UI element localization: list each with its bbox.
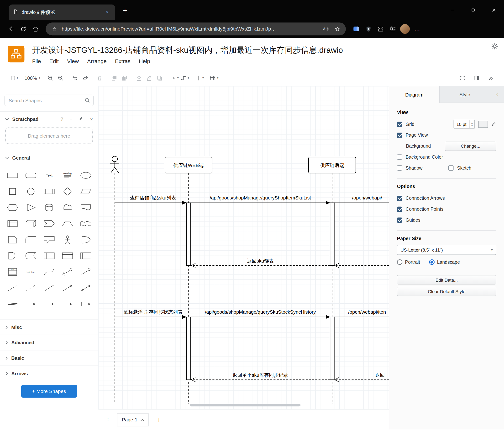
shape-curve[interactable]	[40, 264, 58, 280]
section-basic[interactable]: Basic	[0, 350, 98, 365]
shape-textbox[interactable]: Heading	[58, 167, 77, 183]
waypoints-button[interactable]: ▾	[180, 73, 190, 84]
fill-color-button[interactable]	[134, 73, 144, 84]
grid-size-spinner[interactable]: ▲▼	[469, 120, 475, 128]
url-text[interactable]: https://file.kkview.cn/onlinePreview?url…	[62, 26, 318, 32]
edge-sidebar-icon[interactable]	[350, 23, 362, 35]
shape-dashed-arrow[interactable]	[40, 296, 58, 312]
drawio-canvas[interactable]: 供应链WEB端 供应链后端	[98, 86, 389, 409]
portrait-option[interactable]: Portrait	[397, 259, 420, 265]
shape-arrow[interactable]	[77, 264, 95, 280]
shape-container[interactable]	[40, 248, 58, 264]
to-front-button[interactable]	[109, 73, 119, 84]
shape-bidirectional-connector[interactable]	[77, 280, 95, 296]
search-shapes-input[interactable]	[5, 95, 94, 106]
tab-style[interactable]: Style	[440, 86, 490, 103]
shape-rectangle[interactable]	[3, 167, 21, 183]
add-page-button[interactable]: +	[154, 416, 164, 424]
delete-button[interactable]	[95, 73, 105, 84]
window-close-icon[interactable]	[484, 0, 504, 20]
shadow-button[interactable]	[154, 73, 165, 84]
shape-tape[interactable]	[77, 215, 95, 232]
shape-dashed-line[interactable]	[3, 280, 21, 296]
shape-text[interactable]: Text	[40, 167, 58, 183]
return-messages[interactable]	[192, 265, 389, 380]
connection-arrows-checkbox[interactable]	[397, 196, 402, 201]
shape-card[interactable]	[21, 232, 40, 248]
insert-button[interactable]: ▾	[194, 73, 205, 84]
menu-extras[interactable]: Extras	[115, 58, 131, 65]
canvas-horizontal-scrollbar[interactable]	[190, 404, 301, 406]
extensions-puzzle-icon[interactable]	[375, 23, 386, 35]
background-color-checkbox[interactable]	[397, 155, 402, 160]
theme-toggle-sun-icon[interactable]	[491, 43, 498, 51]
menu-file[interactable]: File	[32, 58, 41, 65]
pages-menu-icon[interactable]: ⋮	[104, 416, 112, 423]
search-icon[interactable]	[84, 97, 90, 105]
more-shapes-button[interactable]: + More Shapes	[21, 385, 77, 398]
connection-style-button[interactable]: ▾	[169, 73, 180, 84]
shape-cylinder[interactable]	[40, 199, 58, 215]
table-button[interactable]: ▾	[208, 73, 219, 84]
menu-edit[interactable]: Edit	[49, 58, 59, 65]
menu-help[interactable]: Help	[139, 58, 150, 65]
shape-list[interactable]: List	[3, 264, 21, 280]
landscape-radio[interactable]	[429, 259, 435, 265]
shape-internal-storage[interactable]	[3, 215, 21, 232]
section-general[interactable]: General	[0, 150, 98, 166]
extension-shield-icon[interactable]: T	[362, 23, 374, 35]
scratchpad-drop-zone[interactable]: Drag elements here	[5, 127, 93, 144]
section-advanced[interactable]: Advanced	[0, 335, 98, 350]
redo-button[interactable]	[80, 73, 90, 84]
edit-data-button[interactable]: Edit Data...	[397, 275, 496, 285]
page-view-checkbox[interactable]	[397, 133, 402, 138]
shape-cube[interactable]	[21, 215, 40, 232]
participant-backend-box[interactable]: 供应链后端	[309, 157, 356, 173]
shape-link[interactable]	[3, 296, 21, 312]
refresh-icon[interactable]	[18, 23, 29, 35]
clear-default-style-button[interactable]: Clear Default Style	[397, 287, 496, 296]
landscape-option[interactable]: Landscape	[429, 259, 460, 265]
scratchpad-add-icon[interactable]: +	[70, 117, 72, 122]
grid-color-swatch[interactable]	[478, 121, 488, 128]
shape-actor[interactable]	[58, 232, 77, 248]
shape-bidirectional-arrow[interactable]	[58, 264, 77, 280]
shape-process[interactable]	[40, 183, 58, 199]
shape-directional-connector[interactable]	[58, 280, 77, 296]
browser-tab[interactable]: drawio文件预览 ×	[9, 5, 115, 20]
undo-button[interactable]	[70, 73, 80, 84]
shape-callout[interactable]	[40, 232, 58, 248]
shape-data-storage[interactable]	[21, 248, 40, 264]
shape-hexagon[interactable]	[3, 199, 21, 215]
menu-view[interactable]: View	[67, 58, 79, 65]
profile-avatar[interactable]	[399, 23, 411, 35]
shape-cloud[interactable]	[58, 199, 77, 215]
portrait-radio[interactable]	[397, 259, 402, 265]
scratchpad-help-icon[interactable]: ?	[60, 117, 63, 122]
participant-web-box[interactable]: 供应链WEB端	[165, 157, 212, 173]
back-icon[interactable]	[5, 23, 17, 35]
activation-bars[interactable]	[186, 203, 334, 380]
zoom-in-button[interactable]	[45, 73, 55, 84]
shape-dotted-line[interactable]	[21, 280, 40, 296]
scratchpad-edit-icon[interactable]	[79, 116, 83, 122]
shape-vertical-container[interactable]	[58, 248, 77, 264]
window-maximize-icon[interactable]	[463, 0, 484, 20]
zoom-level-button[interactable]: 100% ▾	[23, 73, 41, 84]
shape-circle[interactable]	[21, 183, 40, 199]
format-panel-close-icon[interactable]: ×	[490, 86, 504, 103]
shape-step[interactable]	[40, 215, 58, 232]
shape-horizontal-arrow[interactable]	[21, 296, 40, 312]
tab-diagram[interactable]: Diagram	[389, 86, 440, 103]
actor-figure[interactable]	[110, 156, 119, 173]
scratchpad-header[interactable]: Scratchpad ? + ×	[0, 111, 98, 127]
section-misc[interactable]: Misc	[0, 319, 98, 335]
shape-horizontal-container[interactable]	[77, 248, 95, 264]
shape-note[interactable]	[3, 232, 21, 248]
shape-dotted-arrow[interactable]	[58, 296, 77, 312]
fullscreen-button[interactable]	[457, 73, 467, 84]
shape-document[interactable]	[77, 199, 95, 215]
grid-color-edit-icon[interactable]	[491, 122, 496, 127]
home-icon[interactable]	[30, 23, 41, 35]
shape-line[interactable]	[40, 280, 58, 296]
